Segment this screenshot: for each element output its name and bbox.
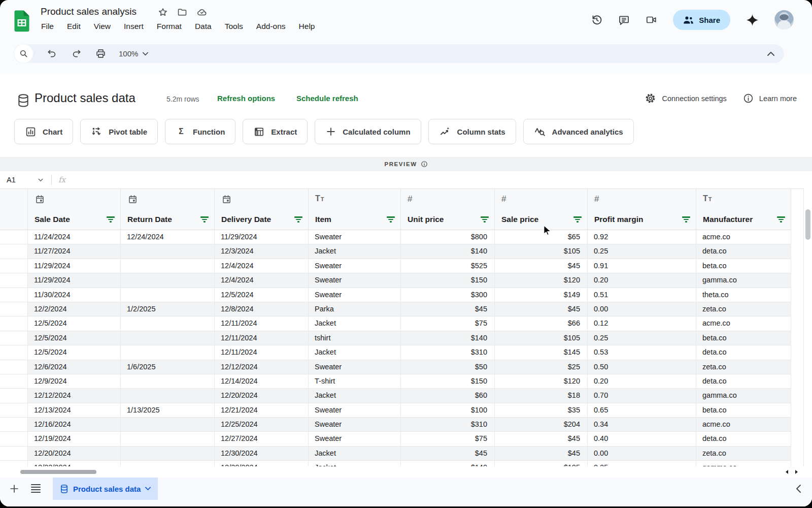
calculated-column-button[interactable]: Calculated column [315, 119, 421, 144]
filter-icon[interactable] [777, 216, 785, 222]
row-header-cell[interactable] [0, 259, 28, 273]
cell-unit-price[interactable]: $300 [401, 288, 495, 302]
star-icon[interactable] [158, 7, 168, 17]
cell-delivery-date[interactable]: 12/21/2024 [215, 403, 309, 418]
name-box-caret-icon[interactable] [38, 178, 43, 182]
cell-manufacturer[interactable]: gamma.co [696, 273, 791, 288]
cell-return-date[interactable] [121, 244, 215, 259]
cell-sale-price[interactable]: $105 [495, 331, 588, 345]
cell-manufacturer[interactable]: zeta.co [696, 302, 791, 316]
column-header-profit-margin[interactable]: #Profit margin [588, 189, 696, 230]
cell-return-date[interactable] [121, 432, 215, 446]
cell-profit-margin[interactable]: 0.40 [588, 432, 696, 446]
horizontal-scrollbar[interactable] [0, 466, 812, 478]
add-sheet-icon[interactable] [9, 483, 20, 494]
google-sheets-logo[interactable] [13, 9, 30, 33]
row-header-cell[interactable] [0, 374, 28, 389]
share-button[interactable]: Share [673, 10, 730, 30]
row-header-cell[interactable] [0, 288, 28, 302]
scroll-left-icon[interactable] [784, 469, 790, 475]
cell-item[interactable]: Sweater [309, 360, 401, 374]
cell-manufacturer[interactable]: zeta.co [696, 360, 791, 374]
cell-sale-date[interactable]: 12/5/2024 [28, 345, 121, 360]
info-icon[interactable] [743, 93, 754, 104]
cell-manufacturer[interactable]: deta.co [696, 244, 791, 259]
cell-sale-price[interactable]: $149 [495, 288, 588, 302]
row-header-cell[interactable] [0, 345, 28, 360]
cell-unit-price[interactable]: $50 [401, 360, 495, 374]
column-header-unit-price[interactable]: #Unit price [401, 189, 495, 230]
cell-unit-price[interactable]: $45 [401, 302, 495, 316]
cell-delivery-date[interactable]: 12/5/2024 [215, 288, 309, 302]
cell-sale-price[interactable]: $25 [495, 360, 588, 374]
cell-manufacturer[interactable]: acme.co [696, 418, 791, 432]
cell-profit-margin[interactable]: 0.51 [588, 288, 696, 302]
cell-sale-date[interactable]: 11/27/2024 [28, 244, 121, 259]
cell-return-date[interactable] [121, 345, 215, 360]
cell-item[interactable]: tshirt [309, 331, 401, 345]
cell-sale-price[interactable]: $66 [495, 316, 588, 331]
cell-manufacturer[interactable]: acme.co [696, 230, 791, 244]
cell-manufacturer[interactable]: zeta.co [696, 447, 791, 461]
cell-sale-price[interactable]: $145 [495, 345, 588, 360]
cell-sale-price[interactable]: $45 [495, 302, 588, 316]
sheet-tab-product-sales-data[interactable]: Product sales data [53, 478, 158, 500]
cell-sale-price[interactable]: $35 [495, 403, 588, 418]
row-header-cell[interactable] [0, 389, 28, 403]
cell-unit-price[interactable]: $525 [401, 259, 495, 273]
cell-sale-date[interactable]: 12/5/2024 [28, 316, 121, 331]
cell-sale-date[interactable]: 12/20/2024 [28, 447, 121, 461]
cloud-saved-icon[interactable] [196, 7, 208, 17]
row-header-cell[interactable] [0, 316, 28, 331]
column-header-sale-date[interactable]: Sale Date [28, 189, 121, 230]
cell-return-date[interactable]: 1/13/2025 [121, 403, 215, 418]
undo-icon[interactable] [47, 48, 57, 59]
column-stats-button[interactable]: Column stats [428, 119, 516, 144]
cell-return-date[interactable] [121, 331, 215, 345]
cell-return-date[interactable]: 1/2/2025 [121, 302, 215, 316]
cell-sale-price[interactable]: $204 [495, 418, 588, 432]
cell-delivery-date[interactable]: 11/29/2024 [215, 230, 309, 244]
cell-manufacturer[interactable]: beta.co [696, 331, 791, 345]
extract-button[interactable]: Extract [243, 119, 308, 144]
cell-sale-date[interactable]: 12/9/2024 [28, 374, 121, 389]
row-header-cell[interactable] [0, 331, 28, 345]
cell-return-date[interactable] [121, 316, 215, 331]
function-button[interactable]: Σ Function [165, 119, 235, 144]
cell-item[interactable]: Sweater [309, 403, 401, 418]
cell-unit-price[interactable]: $75 [401, 316, 495, 331]
cell-return-date[interactable] [121, 273, 215, 288]
filter-icon[interactable] [387, 216, 395, 222]
cell-return-date[interactable] [121, 389, 215, 403]
cell-unit-price[interactable]: $45 [401, 447, 495, 461]
cell-profit-margin[interactable]: 0.70 [588, 389, 696, 403]
cell-sale-price[interactable]: $105 [495, 244, 588, 259]
gear-icon[interactable] [645, 92, 656, 104]
cell-item[interactable]: Jacket [309, 244, 401, 259]
menu-format[interactable]: Format [157, 22, 182, 31]
filter-icon[interactable] [573, 216, 582, 222]
cell-unit-price[interactable]: $310 [401, 345, 495, 360]
cell-item[interactable]: Jacket [309, 316, 401, 331]
cell-delivery-date[interactable]: 12/11/2024 [215, 316, 309, 331]
cell-profit-margin[interactable]: 0.50 [588, 360, 696, 374]
cell-sale-date[interactable]: 12/5/2024 [28, 331, 121, 345]
cell-item[interactable]: Jacket [309, 345, 401, 360]
cell-sale-date[interactable]: 12/12/2024 [28, 389, 121, 403]
filter-icon[interactable] [107, 216, 115, 222]
cell-delivery-date[interactable]: 12/25/2024 [215, 418, 309, 432]
cell-sale-price[interactable]: $18 [495, 389, 588, 403]
cell-delivery-date[interactable]: 12/4/2024 [215, 259, 309, 273]
connection-settings-label[interactable]: Connection settings [662, 94, 726, 103]
row-header-cell[interactable] [0, 360, 28, 374]
cell-manufacturer[interactable]: beta.co [696, 403, 791, 418]
meet-camera-icon[interactable] [645, 14, 658, 25]
cell-delivery-date[interactable]: 12/11/2024 [215, 331, 309, 345]
cell-manufacturer[interactable]: deta.co [696, 345, 791, 360]
learn-more-label[interactable]: Learn more [759, 94, 797, 103]
cell-profit-margin[interactable]: 0.25 [588, 244, 696, 259]
advanced-analytics-button[interactable]: Advanced analytics [523, 119, 634, 144]
cell-return-date[interactable] [121, 288, 215, 302]
cell-profit-margin[interactable]: 0.20 [588, 273, 696, 288]
fx-label[interactable]: fx [58, 175, 65, 184]
